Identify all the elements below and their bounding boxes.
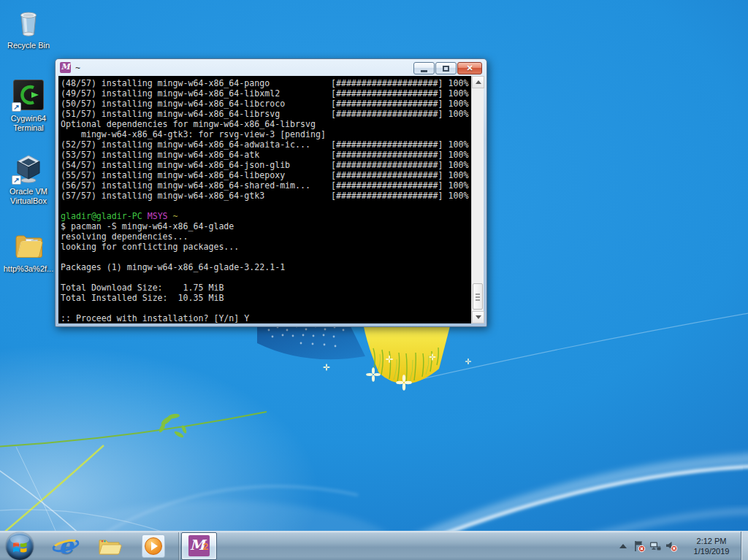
media-player-icon [142,534,165,558]
terminal-line: (55/57) installing mingw-w64-x86_64-libe… [61,170,469,180]
shortcut-arrow-icon: ↗ [12,175,21,185]
media-player-button[interactable] [138,532,169,560]
shortcut-arrow-icon: ↗ [12,102,21,112]
terminal-line: (53/57) installing mingw-w64-x86_64-atk … [61,150,469,160]
terminal-line [61,272,469,283]
taskbar-clock[interactable]: 2:12 PM 1/19/2019 [685,536,738,556]
desktop-icon-recycle-bin[interactable]: Recycle Bin [0,4,57,50]
desktop-icon-label: Cygwin64 Terminal [1,114,56,133]
network-button[interactable] [647,532,663,560]
terminal-line: $ pacman -S mingw-w64-x86_64-glade [61,221,469,231]
msys2-taskbar-button[interactable]: M2 [181,532,217,560]
msys2-icon: M2 [188,535,210,556]
window-titlebar[interactable]: M ~ ✕ [56,59,486,76]
msys2-window-icon: M [60,62,71,73]
terminal-scrollbar[interactable] [471,76,484,323]
maximize-button[interactable] [435,62,457,74]
taskbar: e M2 [0,531,748,560]
desktop-icon-cygwin64-terminal[interactable]: ↗ Cygwin64 Terminal [0,77,57,133]
terminal-line: Total Download Size: 1.75 MiB [61,283,469,293]
maximize-icon [443,66,449,72]
network-icon [649,540,662,553]
terminal-line: mingw-w64-x86_64-gtk3: for rsvg-view-3 [… [61,129,469,139]
windows-explorer-icon [96,534,123,559]
window-title: ~ [75,63,80,73]
desktop-icon-virtualbox[interactable]: ↗ Oracle VM VirtualBox [0,150,57,206]
volume-button[interactable] [663,532,679,560]
terminal-line: (48/57) installing mingw-w64-x86_64-pang… [61,78,469,88]
close-icon: ✕ [466,64,473,72]
cygwin-terminal-icon: ↗ [11,77,46,112]
desktop: Recycle Bin ↗ Cygwin64 Terminal ↗ [0,0,748,560]
terminal-line: :: Proceed with installation? [Y/n] Y [61,313,469,323]
scrollbar-thumb[interactable] [473,283,483,310]
internet-explorer-button[interactable]: e [50,532,81,560]
terminal-line: (52/57) installing mingw-w64-x86_64-adwa… [61,139,469,150]
internet-explorer-icon: e [53,533,79,559]
desktop-icon-label: Recycle Bin [7,41,50,50]
desktop-icon-label: Oracle VM VirtualBox [1,187,56,206]
folder-icon [11,228,46,263]
volume-muted-icon [665,540,678,553]
chevron-up-icon [618,541,628,551]
clock-date: 1/19/2019 [685,546,738,556]
terminal-line: Packages (1) mingw-w64-x86_64-glade-3.22… [61,262,469,272]
scroll-up-icon [476,80,481,84]
system-tray: 2:12 PM 1/19/2019 [615,532,748,560]
terminal-line [61,252,469,262]
show-desktop-button[interactable] [741,532,748,560]
terminal-line: looking for conflicting packages... [61,242,469,252]
terminal-line: (57/57) installing mingw-w64-x86_64-gtk3… [61,191,469,201]
scroll-down-button[interactable] [472,311,484,323]
terminal-line: gladir@gladir-PC MSYS ~ [61,211,469,221]
terminal-client-area[interactable]: (48/57) installing mingw-w64-x86_64-pang… [58,76,484,323]
action-center-flag-error-icon [633,540,646,553]
scroll-up-button[interactable] [472,76,484,88]
minimize-icon [421,70,427,72]
terminal-line [61,201,469,211]
terminal-line: (54/57) installing mingw-w64-x86_64-json… [61,160,469,170]
action-center-button[interactable] [631,532,647,560]
clock-time: 2:12 PM [685,536,738,546]
desktop-icon-label: http%3a%2f... [4,264,54,274]
scroll-down-icon [476,315,481,319]
terminal-line: (51/57) installing mingw-w64-x86_64-libr… [61,109,469,119]
taskbar-divider [178,532,179,560]
recycle-bin-icon [11,4,46,39]
windows-explorer-button[interactable] [94,532,125,560]
minimize-button[interactable] [413,62,435,74]
desktop-icon-http-folder[interactable]: http%3a%2f... [0,228,57,274]
close-button[interactable]: ✕ [457,62,482,74]
start-button[interactable] [6,532,34,560]
virtualbox-icon: ↗ [11,150,46,185]
show-hidden-icons-button[interactable] [615,532,631,560]
terminal-line: (56/57) installing mingw-w64-x86_64-shar… [61,180,469,191]
terminal-line: (49/57) installing mingw-w64-x86_64-libx… [61,88,469,99]
mintty-window: M ~ ✕ (48/57) installing mingw-w64-x86_6… [55,58,487,327]
terminal-line: Optional dependencies for mingw-w64-x86_… [61,119,469,129]
terminal-output: (48/57) installing mingw-w64-x86_64-pang… [61,78,469,323]
terminal-line: (50/57) installing mingw-w64-x86_64-libc… [61,99,469,109]
terminal-line: resolving dependencies... [61,231,469,242]
terminal-line: Total Installed Size: 10.35 MiB [61,293,469,303]
terminal-line [61,303,469,313]
windows-flag-icon [6,532,34,560]
